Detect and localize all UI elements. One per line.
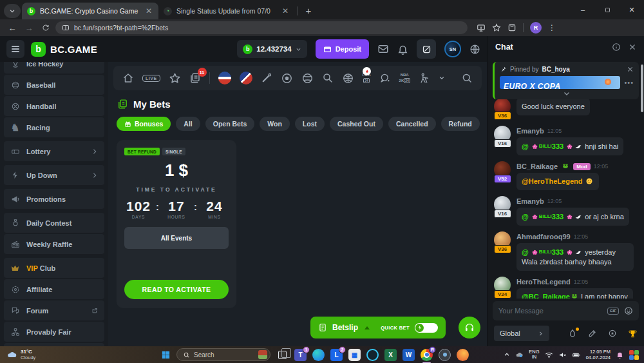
notifications-tray-bell-icon[interactable] xyxy=(616,351,624,359)
filter-chip-cashed-out[interactable]: Cashed Out xyxy=(330,117,383,131)
task-view-button[interactable] xyxy=(276,349,289,361)
mlb-league-icon[interactable] xyxy=(218,72,231,84)
battery-icon[interactable] xyxy=(572,351,581,359)
chat-rules-icon[interactable] xyxy=(588,329,597,338)
counter-strike-icon[interactable] xyxy=(419,72,430,84)
taskbar-search[interactable]: Search xyxy=(176,348,270,361)
balance-selector[interactable]: b 12.432734 xyxy=(237,40,307,58)
sidebar-toggle-button[interactable] xyxy=(6,40,24,58)
reload-button[interactable] xyxy=(39,21,53,35)
my-bets-nav-icon[interactable]: 11 xyxy=(189,72,201,84)
back-button[interactable]: ← xyxy=(5,21,19,35)
forward-button[interactable]: → xyxy=(22,21,36,35)
sidebar-item-racing[interactable]: ♞ Racing xyxy=(4,117,104,137)
language-indicator[interactable]: ENG IN xyxy=(529,349,539,360)
message-username[interactable]: Emanyb xyxy=(516,197,544,205)
quick-bet-toggle[interactable] xyxy=(415,323,438,333)
tab-close-icon[interactable]: ✕ xyxy=(281,6,290,15)
brand-logo[interactable]: b BC.GAME xyxy=(31,42,97,57)
filter-chip-bonuses[interactable]: Bonuses xyxy=(117,117,171,131)
page-scrollbar[interactable] xyxy=(641,64,643,112)
filter-chip-all[interactable]: All xyxy=(176,117,200,131)
betslip-bar[interactable]: Betslip QUICK BET xyxy=(310,317,446,338)
sidebar-item-vip-club[interactable]: VIP Club xyxy=(4,258,104,278)
app-l-icon[interactable]: L2 xyxy=(330,349,343,361)
coin-drop-icon[interactable] xyxy=(608,329,617,338)
address-bar[interactable]: bc.fun/sports?bt-path=%2Fbets xyxy=(55,21,468,34)
message-username[interactable]: HeroTheLegend xyxy=(516,278,571,286)
start-button[interactable] xyxy=(161,350,171,360)
user-avatar[interactable]: SN xyxy=(444,41,461,57)
message-username[interactable]: BC_Raikage xyxy=(516,162,558,170)
chat-toggle-button[interactable] xyxy=(417,39,436,59)
tray-chevron-up-icon[interactable] xyxy=(504,351,510,358)
new-tab-button[interactable]: + xyxy=(301,3,316,18)
table-tennis-icon[interactable] xyxy=(379,72,391,84)
send-to-device-icon[interactable] xyxy=(477,23,486,32)
alexa-app-icon[interactable] xyxy=(366,349,379,361)
tab-search-button[interactable] xyxy=(4,4,21,18)
chat-channel-selector[interactable]: Global xyxy=(494,326,549,341)
support-headphones-button[interactable] xyxy=(459,317,480,338)
pinned-more-icon[interactable]: ••• xyxy=(624,79,634,86)
message-username[interactable]: Ahmadfarooq99 xyxy=(516,233,571,240)
wifi-icon[interactable] xyxy=(545,351,553,359)
sidebar-item-handball[interactable]: Handball xyxy=(4,96,104,116)
soccer-icon[interactable] xyxy=(281,72,293,84)
taskbar-weather-widget[interactable]: 31°C Cloudy xyxy=(0,349,161,360)
read-to-activate-button[interactable]: READ TO ACTIVATE xyxy=(124,280,229,299)
bookmark-star-icon[interactable] xyxy=(492,23,501,32)
filter-chip-open-bets[interactable]: Open Bets xyxy=(205,117,255,131)
browser-menu-icon[interactable]: ⋮ xyxy=(548,23,556,32)
deposit-button[interactable]: Deposit xyxy=(316,39,369,59)
pinned-expand-icon[interactable] xyxy=(500,90,634,97)
chat-input[interactable]: Your Message GIF xyxy=(493,301,639,320)
settings-app-icon[interactable] xyxy=(439,349,451,361)
filter-chip-lost[interactable]: Lost xyxy=(295,117,325,131)
firefox-app-icon[interactable] xyxy=(457,349,469,361)
chat-info-icon[interactable] xyxy=(612,43,621,52)
word-app-icon[interactable]: W xyxy=(402,349,415,361)
baseball-icon[interactable] xyxy=(301,72,314,84)
sidebar-item-up-down[interactable]: Up Down xyxy=(4,165,104,185)
gif-icon[interactable]: GIF xyxy=(607,308,619,315)
nfl-league-icon[interactable] xyxy=(240,72,252,84)
chrome-app-icon[interactable]: R xyxy=(421,349,433,361)
store-app-icon[interactable]: ▦ xyxy=(348,349,361,361)
browser-tab[interactable]: ◔ Single Status Update from 07/0 ✕ xyxy=(158,3,295,19)
filter-chip-cancelled[interactable]: Cancelled xyxy=(388,117,436,131)
sidebar-item-forum[interactable]: Forum xyxy=(4,300,104,320)
excel-app-icon[interactable]: X xyxy=(384,349,397,361)
sidebar-item-affiliate[interactable]: Affiliate xyxy=(4,279,104,299)
messages-icon[interactable] xyxy=(377,43,389,55)
sidebar-item-daily-contest[interactable]: Daily Contest xyxy=(4,213,104,233)
live-nav[interactable]: LIVE xyxy=(142,75,160,82)
window-minimize-button[interactable]: – xyxy=(571,0,595,19)
site-info-icon[interactable] xyxy=(62,24,70,32)
filter-chip-won[interactable]: Won xyxy=(260,117,290,131)
all-events-button[interactable]: All Events xyxy=(124,227,229,249)
edge-app-icon[interactable] xyxy=(312,349,325,361)
favorites-star-icon[interactable] xyxy=(169,72,181,84)
cricket-bat-icon[interactable] xyxy=(261,72,272,84)
notifications-bell-icon[interactable] xyxy=(397,44,408,55)
taskbar-clock[interactable]: 12:05 PM 04-07-2024 xyxy=(586,349,611,360)
filter-chip-refund[interactable]: Refund xyxy=(441,117,480,131)
teams-app-icon[interactable]: T1 xyxy=(294,349,307,361)
basketball-icon[interactable] xyxy=(342,72,354,84)
pinned-banner-image[interactable]: EURO X COPA xyxy=(500,76,620,89)
extensions-icon[interactable] xyxy=(507,23,516,32)
window-maximize-button[interactable] xyxy=(595,0,620,19)
emoji-icon[interactable] xyxy=(624,306,633,315)
fifa-icon[interactable]: FIFA24 xyxy=(363,73,371,83)
widgets-icon[interactable] xyxy=(629,350,639,360)
rain-rewards-icon[interactable] xyxy=(568,329,577,338)
message-username[interactable]: Emanyb xyxy=(516,127,544,135)
sports-dropdown-chevron-icon[interactable] xyxy=(439,75,445,81)
sidebar-item-provably-fair[interactable]: Provably Fair xyxy=(4,322,104,342)
sidebar-item-promotions[interactable]: Promotions xyxy=(4,189,104,209)
sidebar-item-lottery[interactable]: Lottery xyxy=(4,141,104,161)
volume-muted-icon[interactable] xyxy=(558,351,567,359)
sports-search-icon[interactable] xyxy=(461,72,473,84)
window-close-button[interactable]: ✕ xyxy=(620,0,644,19)
